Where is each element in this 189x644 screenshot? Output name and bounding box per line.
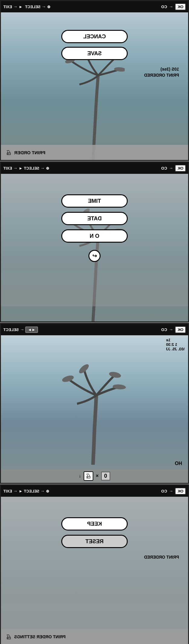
toolbar-left-4: EXIT → ◄ SELECT → ⊕ [3, 489, 49, 493]
toolbar-2: EXIT → ◄ SELECT → ⊕ CO → OK [1, 162, 188, 174]
status-line1-1: 10S (3se) [10, 67, 179, 72]
ho-label-3: HO [175, 461, 182, 466]
toolbar-right-2: CO → OK [161, 165, 186, 172]
select-text-4: SELECT [24, 489, 39, 493]
arrow-4a: → [13, 489, 18, 493]
toolbar-right-1: CO → OK [161, 3, 186, 10]
dialog-overlay-4: KEEP RESET PRINT ORDERED [1, 508, 188, 644]
arrow-2d: → [169, 166, 173, 171]
arrow-1c: → [42, 4, 46, 9]
down-arrow-3: ↓ [79, 473, 81, 479]
bottom-bar-4: 🖨 PRINT ORDER SETTINGS [1, 629, 188, 644]
arrow-4c: → [40, 489, 45, 493]
arrow-3a: → [20, 327, 24, 332]
palm-tree-3 [61, 362, 128, 465]
printer-icon-4: 🖨 [6, 633, 12, 640]
toolbar-3: SELECT → ◄► CO → OK [1, 324, 188, 335]
ok-btn-2[interactable]: OK [175, 165, 186, 172]
time-button-2[interactable]: TIME [61, 194, 128, 208]
arrow-2a: → [13, 166, 18, 171]
ok-btn-4[interactable]: OK [175, 488, 186, 495]
toolbar-right-4: CO → OK [161, 488, 186, 495]
exit-label-1[interactable]: EXIT [3, 5, 12, 9]
back-arrow-2: ◄ [19, 166, 23, 171]
arrows-icon-2: ⊕ [46, 166, 49, 171]
print-order-label-1: PRINT ORDER [14, 150, 45, 155]
arrows-icon-4: ⊕ [46, 489, 49, 493]
toolbar-left-2: EXIT → ◄ SELECT → ⊕ [3, 166, 49, 171]
cancel-button-1[interactable]: CANCEL [61, 30, 128, 43]
select-text-2: SELECT [24, 166, 39, 171]
reset-button-4[interactable]: RESET [61, 535, 128, 548]
on-button-2[interactable]: O N [61, 229, 128, 243]
toolbar-right-3: CO → OK [161, 326, 186, 333]
date-button-2[interactable]: DATE [61, 212, 128, 225]
co-label-4: CO [161, 489, 167, 493]
arrow-1d: → [169, 4, 173, 9]
photo-bg-3 [1, 335, 188, 483]
print-icon-3: 🖨 [84, 471, 93, 481]
back-circle-icon-2[interactable]: ↩ [88, 250, 101, 262]
bottom-bar-1: 🖨 PRINT ORDER [1, 145, 188, 160]
arrow-2c: → [40, 166, 45, 171]
svg-point-9 [78, 363, 90, 375]
bg-photo-2: TIME DATE O N ↩ [1, 174, 188, 321]
arrow-1a: → [13, 4, 18, 9]
co-label-2: CO [161, 166, 167, 171]
arrow-4d: → [169, 489, 173, 493]
photo-info-bottom-right-3: HO [175, 461, 182, 466]
photo-info-date: \03. J5. JJ [166, 347, 184, 351]
toolbar-1: EXIT → ◄ SELECT → ⊕ CO → OK [1, 1, 188, 12]
dialog-overlay-2: TIME DATE O N ↩ [1, 185, 188, 321]
photo-overlay-3: 1e 1 2:30 \03. J5. JJ HO ↓ 🖨 × 0 [1, 335, 188, 483]
photo-info-top-right-3: 1e 1 2:30 \03. J5. JJ [166, 338, 184, 351]
exit-label-4[interactable]: EXIT [3, 489, 12, 493]
nav-badge-3[interactable]: ◄► [25, 327, 38, 333]
select-label-1: ◄ [19, 5, 23, 9]
panel-3: SELECT → ◄► CO → OK [0, 323, 189, 484]
ok-btn-1[interactable]: OK [175, 3, 186, 10]
panel-2: EXIT → ◄ SELECT → ⊕ CO → OK [0, 161, 189, 322]
select-text-1: SELECT [25, 5, 40, 9]
select-label-3: SELECT [3, 327, 19, 332]
print-order-settings-label-4: PRINT ORDER SETTINGS [14, 634, 66, 639]
bg-photo-4: KEEP RESET PRINT ORDERED 🖨 PRINT ORDER S… [1, 497, 188, 644]
dialog-overlay-1: CANCEL SAVE 10S (3se) PRINT ORDERED [1, 24, 188, 160]
ok-btn-3[interactable]: OK [175, 326, 186, 333]
printer-icon-1: 🖨 [6, 149, 12, 156]
co-label-1: CO [161, 5, 167, 9]
status-line2-1: PRINT ORDERED [10, 73, 179, 78]
print-ordered-label-4: PRINT ORDERED [10, 555, 179, 560]
panel-1: EXIT → ◄ SELECT → ⊕ CO → OK [0, 0, 189, 161]
bottom-info-3: ↓ 🖨 × 0 [1, 469, 188, 483]
save-button-1[interactable]: SAVE [61, 47, 128, 60]
count-badge-3: 0 [101, 472, 110, 480]
bg-photo-1: CANCEL SAVE 10S (3se) PRINT ORDERED 🖨 PR… [1, 12, 188, 160]
photo-info-1e: 1e [166, 338, 184, 342]
panel-4: EXIT → ◄ SELECT → ⊕ CO → OK KEEP RESET P… [0, 484, 189, 644]
toolbar-4: EXIT → ◄ SELECT → ⊕ CO → OK [1, 485, 188, 497]
photo-info-time: 1 2:30 [166, 342, 184, 347]
toolbar-left-3: SELECT → ◄► [3, 327, 38, 333]
back-arrow-4: ◄ [19, 489, 23, 493]
keep-button-4[interactable]: KEEP [61, 517, 128, 531]
toolbar-left-1: EXIT → ◄ SELECT → ⊕ [3, 4, 50, 9]
arrows-icon-1: ⊕ [47, 5, 50, 9]
co-label-3: CO [161, 327, 167, 332]
svg-point-10 [109, 371, 122, 379]
exit-label-2[interactable]: EXIT [3, 166, 12, 171]
arrow-3d: → [169, 327, 173, 332]
multiply-3: × [96, 473, 98, 479]
